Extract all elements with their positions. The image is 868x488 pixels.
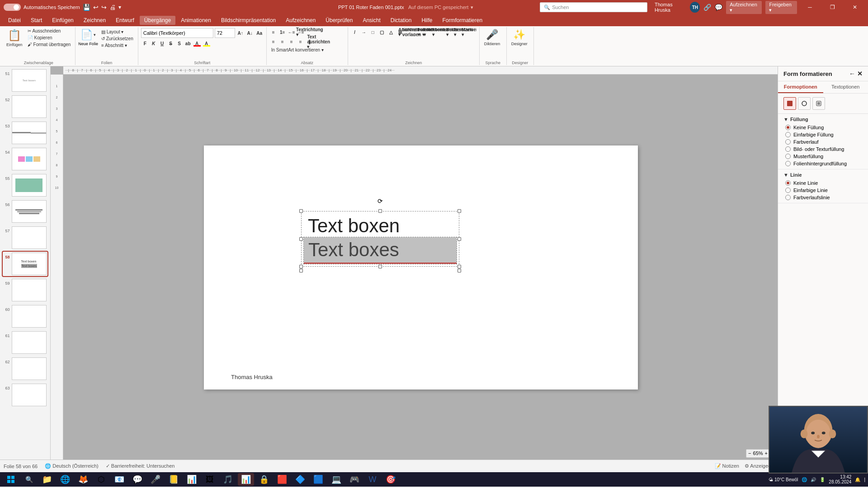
slide-item-55[interactable]: 55	[3, 173, 47, 197]
volume-icon[interactable]: 🔊	[811, 477, 816, 482]
slide-item-58[interactable]: 58 Text boxen Text boxes	[3, 252, 47, 276]
undo-icon[interactable]: ↩	[93, 4, 99, 11]
canvas-area[interactable]: ···|···8···|···7···|···6···|···5···|···4…	[51, 66, 778, 460]
customize-icon[interactable]: ▾	[118, 4, 121, 10]
panel-close-button[interactable]: ✕	[857, 70, 863, 77]
shape-outline-icon-button[interactable]	[798, 97, 811, 110]
taskbar-app12[interactable]: 🎮	[346, 473, 363, 486]
linie-header[interactable]: ▼ Linie	[783, 172, 863, 178]
new-slide-button[interactable]: 📄 ▾	[79, 28, 98, 42]
textalign-button[interactable]: Text ausrichten ▾	[315, 38, 323, 46]
layout-button[interactable]: ▤ Layout ▾	[99, 29, 135, 35]
shape-triangle-button[interactable]: △	[387, 28, 395, 36]
taskbar-onenote[interactable]: 📒	[165, 473, 182, 486]
taskbar-app11[interactable]: 💻	[328, 473, 344, 486]
designer-button[interactable]: ✨ Designer	[509, 28, 529, 47]
taskbar-app10[interactable]: 🟦	[310, 473, 326, 486]
comments-icon[interactable]: 💬	[715, 4, 722, 11]
user-avatar[interactable]: TH	[690, 2, 700, 13]
shadow-button[interactable]: S	[175, 39, 184, 47]
underline-button[interactable]: U	[158, 39, 166, 47]
taskbar-firefox[interactable]: 🦊	[75, 473, 91, 486]
handle-bot-center[interactable]	[378, 265, 382, 268]
bullet-list-button[interactable]: ≡	[269, 28, 278, 36]
formatpaste-button[interactable]: 🖌 Format übertragen	[26, 42, 73, 47]
numbered-list-button[interactable]: 1≡	[278, 28, 287, 36]
taskbar-word[interactable]: W	[364, 473, 381, 486]
slide-item-57[interactable]: 57	[3, 225, 47, 250]
font-size-input[interactable]	[215, 28, 235, 38]
dictate-button[interactable]: 🎤 Diktieren	[482, 28, 502, 47]
slide-item-54[interactable]: 54	[3, 147, 47, 171]
menu-bildschirm[interactable]: Bildschirmpräsentation	[217, 16, 280, 25]
menu-start[interactable]: Start	[26, 16, 47, 25]
textbox-upper[interactable]: Text boxen	[303, 213, 457, 239]
rotate-handle[interactable]: ⟳	[377, 197, 383, 205]
zoom-in-button[interactable]: +	[765, 450, 768, 456]
taskbar-browser1[interactable]: 🌐	[57, 473, 73, 486]
taskbar-explorer[interactable]: 📁	[39, 473, 55, 486]
handle-top-center[interactable]	[378, 209, 382, 213]
slide-item-60[interactable]: 60	[3, 304, 47, 328]
taskbar-app9[interactable]: 🔷	[292, 473, 308, 486]
minimize-button[interactable]: ─	[801, 0, 820, 14]
bold-button[interactable]: F	[141, 39, 149, 47]
taskbar-app5[interactable]: 🖼	[202, 473, 218, 486]
option-muster[interactable]: Musterfüllung	[785, 154, 863, 159]
font-name-input[interactable]	[141, 28, 213, 38]
slide-item-52[interactable]: 52	[3, 94, 47, 119]
handle-bot-right[interactable]	[458, 265, 461, 268]
battery-icon[interactable]: 🔋	[820, 477, 825, 482]
textbox-selection[interactable]: ⟳ Text boxen	[303, 213, 457, 264]
menu-entwurf[interactable]: Entwurf	[111, 16, 139, 25]
option-bild-textur[interactable]: Bild- oder Texturfüllung	[785, 146, 863, 152]
notifications-button[interactable]: 🔔	[855, 477, 860, 482]
share-btn[interactable]: Freigeben ▾	[765, 1, 797, 14]
menu-dictation[interactable]: Dictation	[386, 16, 416, 25]
copy-button[interactable]: 📄 Kopieren	[26, 35, 73, 41]
slide-item-56[interactable]: 56	[3, 199, 47, 224]
fuellung-header[interactable]: ▼ Füllung	[783, 117, 863, 122]
reset-button[interactable]: ↺ Zurücksetzen	[99, 36, 135, 42]
strikethrough-button[interactable]: S	[167, 39, 175, 47]
menu-ueberpruefen[interactable]: Überprüfen	[321, 16, 357, 25]
taskbar-app4[interactable]: 🎤	[147, 473, 164, 486]
slide-page[interactable]: Thomas Hruska ⟳	[204, 145, 638, 389]
italic-button[interactable]: K	[150, 39, 158, 47]
shape-rect-button[interactable]: □	[369, 28, 377, 36]
menu-datei[interactable]: Datei	[4, 16, 25, 25]
slide-item-51[interactable]: 51 Text boxen	[3, 68, 47, 93]
redo-icon[interactable]: ↪	[101, 4, 107, 11]
handle-lower-left[interactable]	[299, 269, 303, 272]
taskbar-app7[interactable]: 🔒	[256, 473, 272, 486]
tab-formoptionen[interactable]: Formoptionen	[778, 81, 823, 93]
increase-font-button[interactable]: A↑	[236, 29, 245, 37]
search-taskbar-button[interactable]: 🔍	[21, 473, 37, 486]
slide-item-59[interactable]: 59	[3, 278, 47, 302]
handle-mid-right[interactable]	[458, 237, 461, 241]
slide-item-53[interactable]: 53	[3, 121, 47, 145]
menu-ansicht[interactable]: Ansicht	[358, 16, 385, 25]
taskbar-powerpoint[interactable]: 📊	[238, 473, 254, 486]
align-right-button[interactable]: ≡	[288, 38, 296, 46]
present-btn[interactable]: Aufzeichnen ▾	[726, 1, 762, 14]
taskbar-app6[interactable]: 🎵	[220, 473, 236, 486]
taskbar-app3[interactable]: ⬡	[93, 473, 109, 486]
shape-arrow-button[interactable]: →	[360, 28, 368, 36]
taskbar-excel[interactable]: 📊	[184, 473, 200, 486]
strikethrough2-button[interactable]: ab	[184, 39, 192, 47]
menu-animationen[interactable]: Animationen	[176, 16, 216, 25]
menu-uebergaenge[interactable]: Übergänge	[140, 16, 175, 25]
align-center-button[interactable]: ≡	[278, 38, 287, 46]
paste-button[interactable]: 📋 Einfügen	[5, 28, 24, 48]
save-icon[interactable]: 💾	[83, 4, 90, 11]
option-farbverlaufslinie[interactable]: Farbverlaufslinie	[785, 195, 863, 200]
taskbar-app8[interactable]: 🟥	[274, 473, 290, 486]
select-button[interactable]: Markieren ▾	[468, 28, 476, 36]
slide-item-62[interactable]: 62	[3, 357, 47, 381]
print-icon[interactable]: 🖨	[109, 4, 116, 11]
textbox-lower[interactable]: Text boxes	[304, 237, 457, 264]
handle-lower-right[interactable]	[458, 269, 461, 272]
align-left-button[interactable]: ≡	[269, 38, 278, 46]
cut-button[interactable]: ✂ Ausschneiden	[26, 28, 73, 34]
